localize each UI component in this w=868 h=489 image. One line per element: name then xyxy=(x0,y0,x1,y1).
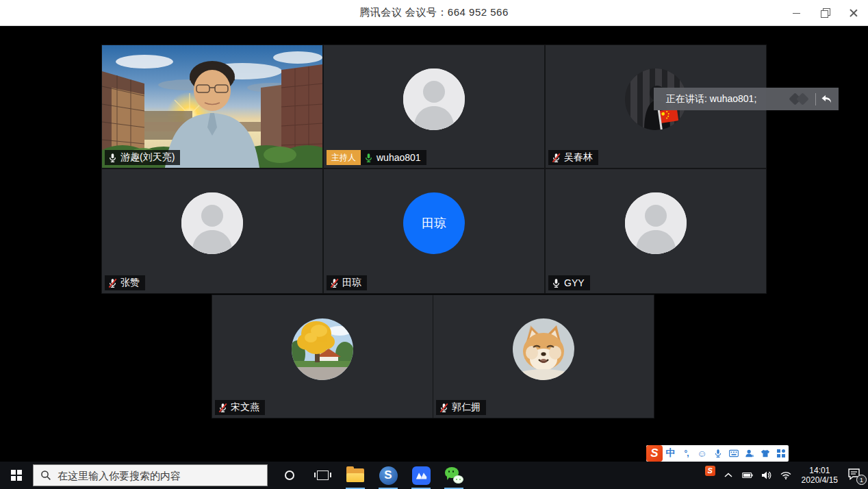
participant-name-strip: 吴春林 xyxy=(548,150,598,165)
participant-name: 张赞 xyxy=(120,277,140,289)
participant-name-strip: 宋文燕 xyxy=(215,400,265,415)
video-tile-youqu[interactable]: 游趣(刘天亮) xyxy=(102,45,322,168)
placeholder-avatar xyxy=(181,192,243,254)
search-icon xyxy=(40,470,51,481)
participant-name: 郭仁拥 xyxy=(452,401,481,414)
window-title: 腾讯会议 会议号：664 952 566 xyxy=(0,6,868,19)
participant-name: wuhao801 xyxy=(376,152,421,163)
toast-divider xyxy=(815,93,816,105)
volume-icon[interactable] xyxy=(761,469,773,481)
keyboard-icon[interactable] xyxy=(726,445,741,462)
task-view-button[interactable] xyxy=(306,462,339,489)
speaking-toast-text: 正在讲话: wuhao801; xyxy=(654,93,787,105)
participant-name-strip: 张赞 xyxy=(105,275,145,290)
video-tile-gyy[interactable]: GYY xyxy=(546,169,766,293)
window-controls xyxy=(782,0,868,26)
chinese-mode-icon[interactable]: 中 xyxy=(663,445,678,462)
tray-clock[interactable]: 14:01 2020/4/15 xyxy=(799,466,841,485)
tencent-meeting-logo-icon xyxy=(787,92,814,106)
avatar-initials: 田琼 xyxy=(422,215,446,231)
tray-time: 14:01 xyxy=(802,466,838,475)
voice-input-icon[interactable] xyxy=(710,445,726,462)
close-button[interactable] xyxy=(839,0,868,26)
screen: 腾讯会议 会议号：664 952 566 xyxy=(0,0,868,489)
taskbar-search-box[interactable] xyxy=(33,464,268,486)
participant-name-strip: 郭仁拥 xyxy=(436,400,486,415)
sogou-browser-icon: S xyxy=(379,466,398,485)
wifi-icon[interactable] xyxy=(780,469,792,481)
tray-date: 2020/4/15 xyxy=(802,475,838,485)
cortana-button[interactable] xyxy=(273,462,306,489)
sogou-browser-button[interactable]: S xyxy=(372,462,405,489)
speaking-toast: 正在讲话: wuhao801; xyxy=(654,88,839,110)
task-view-icon xyxy=(317,471,329,480)
wechat-button[interactable] xyxy=(437,462,470,489)
video-tile-tianqiong[interactable]: 田琼 田琼 xyxy=(324,169,544,293)
wechat-icon xyxy=(445,467,463,484)
cortana-icon xyxy=(285,471,294,480)
sogou-tray-icon[interactable]: S xyxy=(705,466,715,476)
sogou-logo-icon[interactable]: S xyxy=(646,445,663,462)
video-tile-wuhao801[interactable]: 主持人 wuhao801 xyxy=(324,45,544,168)
participant-name: 吴春林 xyxy=(564,151,593,164)
video-tile-guorenyong[interactable]: 郭仁拥 xyxy=(433,295,654,418)
participant-name: 宋文燕 xyxy=(231,401,259,414)
search-input[interactable] xyxy=(58,470,260,481)
start-button[interactable] xyxy=(0,462,33,489)
punctuation-icon[interactable]: °, xyxy=(678,445,694,462)
participant-name: 田琼 xyxy=(342,277,361,289)
mic-on-icon xyxy=(551,278,561,288)
mic-on-icon xyxy=(107,153,118,163)
title-bar: 腾讯会议 会议号：664 952 566 xyxy=(0,0,868,26)
tray-expand-chevron-icon[interactable] xyxy=(722,469,735,481)
toolbox-icon[interactable] xyxy=(773,445,789,462)
placeholder-avatar xyxy=(403,68,465,130)
tencent-meeting-button[interactable] xyxy=(405,462,437,489)
mic-muted-icon xyxy=(551,153,561,163)
participant-name-strip: 主持人 wuhao801 xyxy=(327,150,426,165)
mic-muted-icon xyxy=(329,278,340,288)
video-tile-songwenyan[interactable]: 宋文燕 xyxy=(212,295,433,418)
sogou-ime-toolbar: S 中 °, ☺ s xyxy=(646,445,789,462)
tencent-meeting-icon xyxy=(412,466,431,485)
restore-icon xyxy=(821,10,828,16)
video-tile-zhangzan[interactable]: 张赞 xyxy=(102,169,322,293)
meeting-video-grid: 游趣(刘天亮) 主持人 wuhao801 xyxy=(0,26,868,462)
participant-name: GYY xyxy=(564,277,585,288)
restore-button[interactable] xyxy=(810,0,839,26)
skin-icon[interactable] xyxy=(757,445,773,462)
action-center-button[interactable]: 1 xyxy=(847,468,864,483)
participant-name: 游趣(刘天亮) xyxy=(120,151,175,164)
placeholder-avatar xyxy=(625,192,687,254)
file-explorer-icon xyxy=(346,468,364,482)
mic-speaking-icon xyxy=(363,153,374,163)
profile-photo-avatar xyxy=(292,318,353,380)
windows-taskbar: S S xyxy=(0,462,868,489)
host-badge: 主持人 xyxy=(327,150,361,165)
file-explorer-button[interactable] xyxy=(339,462,372,489)
svg-text:s: s xyxy=(751,453,754,457)
participant-name-strip: 游趣(刘天亮) xyxy=(105,150,180,165)
account-icon[interactable]: s xyxy=(741,445,757,462)
close-icon xyxy=(850,9,858,17)
notification-count-badge: 1 xyxy=(856,475,867,485)
minimize-icon xyxy=(793,13,800,14)
battery-icon[interactable] xyxy=(741,469,754,481)
taskbar-app-icons: S xyxy=(273,462,470,489)
system-tray: S 14:01 2020/4/15 xyxy=(705,462,868,489)
participant-name-strip: 田琼 xyxy=(327,275,367,290)
mic-muted-icon xyxy=(218,403,228,413)
participant-name-strip: GYY xyxy=(548,275,590,290)
profile-photo-avatar xyxy=(513,318,574,380)
mic-muted-icon xyxy=(439,403,449,413)
minimize-button[interactable] xyxy=(782,0,810,26)
emoji-icon[interactable]: ☺ xyxy=(694,445,710,462)
reply-arrow-icon[interactable] xyxy=(821,93,832,105)
mic-muted-icon xyxy=(107,278,118,288)
initials-avatar: 田琼 xyxy=(403,192,465,254)
windows-logo-icon xyxy=(11,470,22,481)
